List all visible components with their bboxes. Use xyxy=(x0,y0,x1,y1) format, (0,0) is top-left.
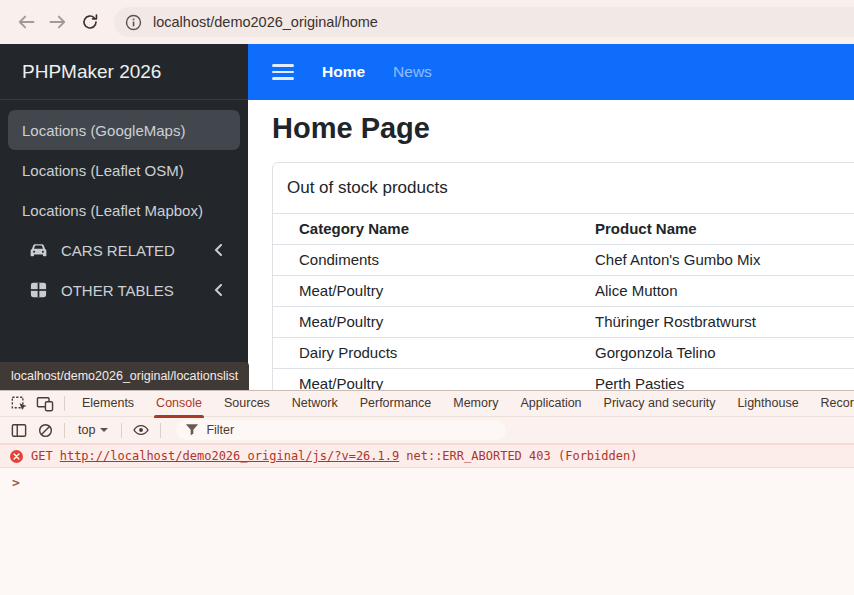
chevron-left-icon xyxy=(213,284,224,296)
filter-input[interactable] xyxy=(176,420,506,440)
eye-icon xyxy=(132,423,150,437)
table-icon xyxy=(28,282,48,298)
tab-recorder[interactable]: Recorder xyxy=(810,391,854,417)
category-cell: Dairy Products xyxy=(273,338,587,369)
sidebar-item-label: Locations (GoogleMaps) xyxy=(22,122,185,139)
separator xyxy=(121,423,122,438)
sidebar-item-label: CARS RELATED xyxy=(61,242,175,259)
main-column: Home News Home Page Out of stock product… xyxy=(248,44,854,390)
separator xyxy=(64,396,65,411)
inspect-element-button[interactable] xyxy=(6,393,32,415)
column-header-category: Category Name xyxy=(273,214,587,245)
column-header-product: Product Name xyxy=(587,214,854,245)
page-viewport: PHPMaker 2026 Locations (GoogleMaps) Loc… xyxy=(0,44,854,390)
link-status-tooltip: localhost/demo2026_original/locationslis… xyxy=(0,362,249,390)
table-row: Meat/Poultry Perth Pasties xyxy=(273,369,854,391)
clear-ban-icon xyxy=(38,423,53,438)
main-content: Home Page Out of stock products Category… xyxy=(248,100,854,390)
devtools-tabbar: Elements Console Sources Network Perform… xyxy=(0,391,854,417)
chevron-down-icon xyxy=(100,428,108,432)
tab-memory[interactable]: Memory xyxy=(442,391,509,417)
console-prompt-icon: > xyxy=(12,475,20,490)
address-bar[interactable]: localhost/demo2026_original/home xyxy=(114,7,854,37)
forward-button[interactable] xyxy=(42,6,74,38)
separator xyxy=(160,423,161,438)
sidebar-item-label: Locations (Leaflet OSM) xyxy=(22,162,184,179)
brand-title: PHPMaker 2026 xyxy=(0,44,248,100)
filter-funnel-icon xyxy=(185,423,199,440)
tab-sources[interactable]: Sources xyxy=(213,391,281,417)
panel-left-icon xyxy=(11,423,27,438)
sidebar-item-locations-googlemaps[interactable]: Locations (GoogleMaps) xyxy=(8,110,240,150)
site-info-button[interactable] xyxy=(121,10,145,34)
sidebar-item-label: Locations (Leaflet Mapbox) xyxy=(22,202,203,219)
console-messages: GET http://localhost/demo2026_original/j… xyxy=(0,444,854,595)
console-error-row: GET http://localhost/demo2026_original/j… xyxy=(0,444,854,468)
error-url-link[interactable]: http://localhost/demo2026_original/js/?v… xyxy=(60,449,400,463)
browser-toolbar: localhost/demo2026_original/home xyxy=(0,0,854,44)
top-navbar: Home News xyxy=(248,44,854,100)
console-prompt[interactable]: > xyxy=(0,468,854,497)
error-method: GET xyxy=(31,449,53,463)
clear-console-button[interactable] xyxy=(32,419,58,441)
back-button[interactable] xyxy=(10,6,42,38)
sidebar-item-locations-leaflet-mapbox[interactable]: Locations (Leaflet Mapbox) xyxy=(0,190,248,230)
inspect-cursor-icon xyxy=(11,396,28,412)
sidebar-item-cars-related[interactable]: CARS RELATED xyxy=(0,230,248,270)
tab-elements[interactable]: Elements xyxy=(71,391,145,417)
product-cell: Chef Anton's Gumbo Mix xyxy=(587,245,854,276)
product-cell: Perth Pasties xyxy=(587,369,854,391)
sidebar-item-label: OTHER TABLES xyxy=(61,282,174,299)
tab-performance[interactable]: Performance xyxy=(349,391,443,417)
separator xyxy=(64,423,65,438)
category-cell: Meat/Poultry xyxy=(273,307,587,338)
nav-link-home[interactable]: Home xyxy=(322,63,365,81)
reload-button[interactable] xyxy=(74,6,106,38)
out-of-stock-card: Out of stock products Category Name Prod… xyxy=(272,162,854,390)
tab-application[interactable]: Application xyxy=(509,391,592,417)
category-cell: Meat/Poultry xyxy=(273,369,587,391)
back-arrow-icon xyxy=(16,13,36,31)
category-cell: Meat/Poultry xyxy=(273,276,587,307)
forward-arrow-icon xyxy=(48,13,68,31)
url-text[interactable]: localhost/demo2026_original/home xyxy=(153,14,378,30)
reload-icon xyxy=(81,13,99,31)
hamburger-menu-button[interactable] xyxy=(272,64,294,80)
chevron-left-icon xyxy=(213,244,224,256)
devtools-panel: Elements Console Sources Network Perform… xyxy=(0,390,854,595)
tab-lighthouse[interactable]: Lighthouse xyxy=(726,391,809,417)
device-toolbar-icon xyxy=(36,396,54,412)
error-icon xyxy=(10,450,23,463)
table-row: Meat/Poultry Thüringer Rostbratwurst xyxy=(273,307,854,338)
sidebar: PHPMaker 2026 Locations (GoogleMaps) Loc… xyxy=(0,44,248,390)
filter-container xyxy=(176,420,506,440)
tab-privacy-security[interactable]: Privacy and security xyxy=(593,391,727,417)
product-cell: Thüringer Rostbratwurst xyxy=(587,307,854,338)
card-header: Out of stock products xyxy=(273,163,854,214)
error-message: net::ERR_ABORTED 403 (Forbidden) xyxy=(406,449,637,463)
browser-window: localhost/demo2026_original/home PHPMake… xyxy=(0,0,854,595)
page-title: Home Page xyxy=(272,112,854,145)
car-icon xyxy=(28,242,48,259)
sidebar-item-locations-leaflet-osm[interactable]: Locations (Leaflet OSM) xyxy=(0,150,248,190)
tab-network[interactable]: Network xyxy=(281,391,349,417)
tab-console[interactable]: Console xyxy=(145,391,213,417)
sidebar-item-other-tables[interactable]: OTHER TABLES xyxy=(0,270,248,310)
table-row: Dairy Products Gorgonzola Telino xyxy=(273,338,854,369)
product-cell: Gorgonzola Telino xyxy=(587,338,854,369)
category-cell: Condiments xyxy=(273,245,587,276)
console-toolbar: top xyxy=(0,417,854,444)
nav-link-news[interactable]: News xyxy=(393,63,432,81)
execution-context-selector[interactable]: top xyxy=(71,420,115,440)
table-header-row: Category Name Product Name xyxy=(273,214,854,245)
sidebar-menu: Locations (GoogleMaps) Locations (Leafle… xyxy=(0,100,248,310)
context-label: top xyxy=(78,423,95,437)
product-cell: Alice Mutton xyxy=(587,276,854,307)
table-row: Meat/Poultry Alice Mutton xyxy=(273,276,854,307)
table-row: Condiments Chef Anton's Gumbo Mix xyxy=(273,245,854,276)
info-icon xyxy=(125,14,142,31)
device-toolbar-button[interactable] xyxy=(32,393,58,415)
console-sidebar-toggle-button[interactable] xyxy=(6,419,32,441)
products-table: Category Name Product Name Condiments Ch… xyxy=(273,214,854,390)
live-expression-button[interactable] xyxy=(128,419,154,441)
